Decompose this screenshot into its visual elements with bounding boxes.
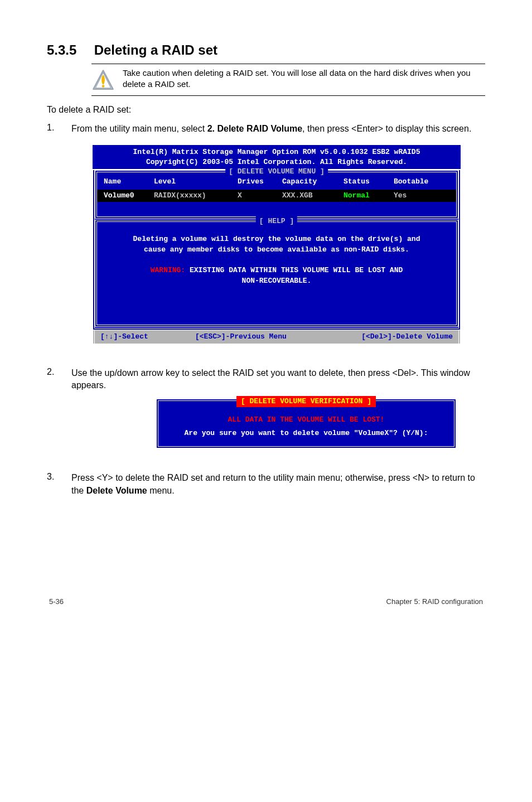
dialog-question: Are you sure you want to delete volume "… [164,428,448,438]
step3-bold: Delete Volume [86,486,147,495]
footer-previous-menu[interactable]: [<ESC>]-Previous Menu [195,332,336,342]
section-heading: 5.3.5 Deleting a RAID set [47,42,485,58]
chapter-label: Chapter 5: RAID configuration [386,597,483,606]
step1-pre: From the utility main menu, select [71,124,207,133]
step3-post: menu. [147,486,175,495]
col-bootable: Bootable [394,177,449,187]
delete-confirm-dialog: [ DELETE VOLUME VERIFICATION ] ALL DATA … [156,399,456,449]
cell-level: RAIDX(xxxxx) [154,191,238,201]
cell-status: Normal [344,191,394,201]
svg-point-0 [101,75,105,85]
bios-header-l2: Copyright(C) 2003-05 Intel Corporation. … [96,157,457,167]
step1-bold: 2. Delete RAID Volume [207,124,302,133]
cell-bootable: Yes [394,191,449,201]
step-3: Press <Y> to delete the RAID set and ret… [47,472,485,497]
help-l2: cause any member disks to become availab… [109,245,444,255]
col-level: Level [154,177,238,187]
page-footer: 5-36 Chapter 5: RAID configuration [47,597,485,606]
col-drives: Drives [238,177,282,187]
table-row[interactable]: Volume0 RAIDX(xxxxx) X XXX.XGB Normal Ye… [97,190,456,202]
help-warn-rest: EXISTING DATA WITHIN THIS VOLUME WILL BE… [185,266,403,274]
bios-screen: Intel(R) Matrix Storage Manager Option R… [93,145,461,344]
delete-volume-menu: [ DELETE VOLUME MENU ] Name Level Drives… [95,170,458,218]
step2-text: Use the up/down arrow key to select the … [71,368,470,390]
step-2: Use the up/down arrow key to select the … [47,367,485,461]
page-number: 5-36 [49,597,64,606]
help-l1: Deleting a volume will destroy the volum… [109,234,444,245]
cell-drives: X [238,191,282,201]
help-panel: [ HELP ] Deleting a volume will destroy … [95,220,458,327]
col-status: Status [344,177,394,187]
caution-text: Take caution when deleting a RAID set. Y… [123,67,485,90]
bios-footer: [↑↓]-Select [<ESC>]-Previous Menu [<Del>… [93,330,461,344]
intro-text: To delete a RAID set: [47,105,485,115]
delete-volume-menu-legend: [ DELETE VOLUME MENU ] [225,167,328,177]
step1-post: , then press <Enter> to display this scr… [302,124,471,133]
section-number: 5.3.5 [47,42,90,58]
caution-box: Take caution when deleting a RAID set. Y… [91,64,485,96]
dialog-warning: ALL DATA IN THE VOLUME WILL BE LOST! [164,415,448,425]
step-1: From the utility main menu, select 2. De… [47,123,485,356]
help-legend: [ HELP ] [256,216,297,226]
col-capacity: Capacity [282,177,344,187]
bios-header-l1: Intel(R) Matrix Storage Manager Option R… [96,147,457,157]
footer-select[interactable]: [↑↓]-Select [100,332,195,342]
svg-point-1 [102,85,105,88]
cell-name: Volume0 [104,191,154,201]
dialog-title: [ DELETE VOLUME VERIFICATION ] [236,396,376,407]
section-title-text: Deleting a RAID set [94,42,217,57]
bios-header: Intel(R) Matrix Storage Manager Option R… [93,145,461,169]
footer-delete[interactable]: [<Del>]-Delete Volume [336,332,453,342]
help-warning-l2: NON-RECOVERABLE. [109,276,444,287]
table-header-row: Name Level Drives Capacity Status Bootab… [101,176,452,188]
caution-icon [91,69,115,92]
col-name: Name [104,177,154,187]
cell-capacity: XXX.XGB [282,191,344,201]
help-warning-l1: WARNING: EXISTING DATA WITHIN THIS VOLUM… [109,265,444,276]
help-warn-prefix: WARNING: [151,266,185,274]
